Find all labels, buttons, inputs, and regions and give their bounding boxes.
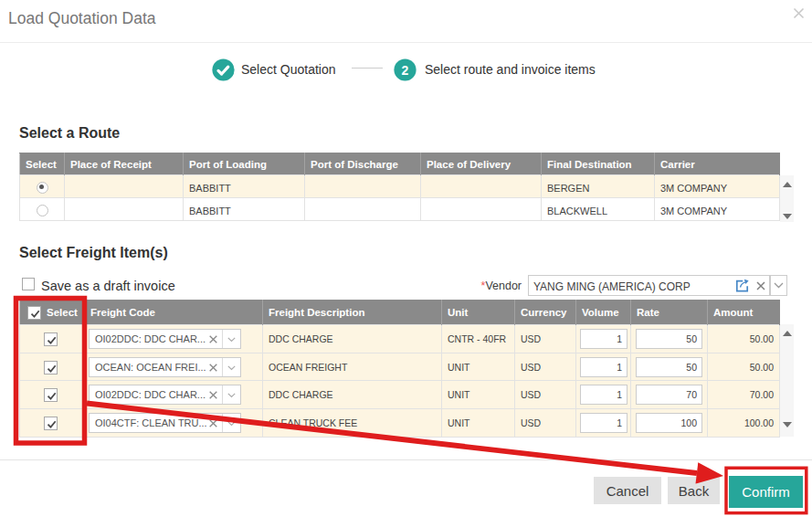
- svg-text:2: 2: [401, 63, 408, 78]
